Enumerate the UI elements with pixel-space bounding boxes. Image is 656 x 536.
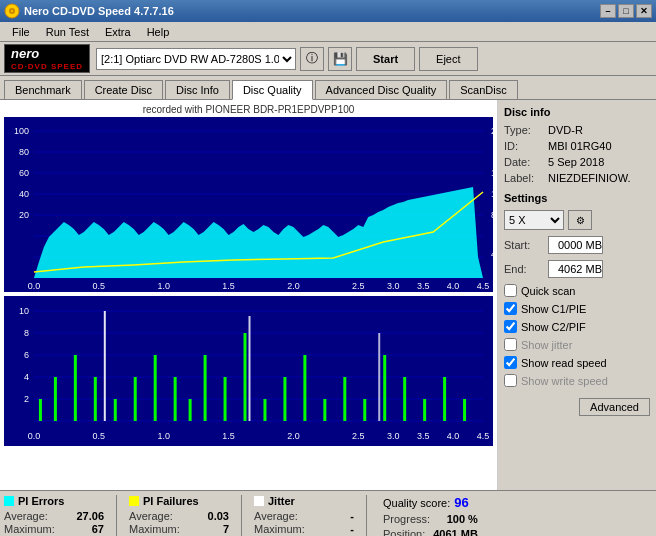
tab-benchmark[interactable]: Benchmark: [4, 80, 82, 99]
tab-disc-quality[interactable]: Disc Quality: [232, 80, 313, 100]
pi-failures-max-row: Maximum: 7: [129, 523, 229, 535]
svg-rect-71: [343, 377, 346, 421]
type-label: Type:: [504, 124, 544, 136]
pi-errors-group: PI Errors Average: 27.06 Maximum: 67 Tot…: [4, 495, 104, 536]
title-bar: Nero CD-DVD Speed 4.7.7.16 – □ ✕: [0, 0, 656, 22]
maximize-button[interactable]: □: [618, 4, 634, 18]
pi-errors-avg-row: Average: 27.06: [4, 510, 104, 522]
burn-speed-icon[interactable]: ⚙: [568, 210, 592, 230]
svg-rect-69: [303, 355, 306, 421]
svg-point-2: [11, 10, 13, 12]
show-c1pie-row: Show C1/PIE: [504, 302, 650, 315]
title-bar-left: Nero CD-DVD Speed 4.7.7.16: [4, 3, 174, 19]
show-c2pif-label: Show C2/PIF: [521, 321, 586, 333]
eject-button[interactable]: Eject: [419, 47, 477, 71]
end-label: End:: [504, 263, 544, 275]
label-value: NIEZDEFINIOW.: [548, 172, 631, 184]
disc-label-row: Label: NIEZDEFINIOW.: [504, 172, 650, 184]
svg-text:4.5: 4.5: [477, 431, 489, 441]
show-write-speed-checkbox[interactable]: [504, 374, 517, 387]
svg-rect-63: [189, 399, 192, 421]
progress-row: Progress: 100 %: [383, 513, 478, 525]
tab-disc-info[interactable]: Disc Info: [165, 80, 230, 99]
pi-failures-group: PI Failures Average: 0.03 Maximum: 7 Tot…: [129, 495, 229, 536]
show-read-speed-checkbox[interactable]: [504, 356, 517, 369]
svg-text:100: 100: [14, 126, 29, 136]
pi-errors-avg-label: Average:: [4, 510, 48, 522]
svg-text:3.5: 3.5: [417, 431, 429, 441]
bottom-chart-svg: 10 8 6 4 2 0.0 0.5 1.0 1.5 2.0 2.5 3.0 3…: [4, 296, 493, 446]
title-controls[interactable]: – □ ✕: [600, 4, 652, 18]
save-button[interactable]: 💾: [328, 47, 352, 71]
svg-text:8: 8: [491, 210, 493, 220]
tab-scan-disc[interactable]: ScanDisc: [449, 80, 517, 99]
svg-text:4.5: 4.5: [477, 281, 489, 291]
position-row: Position: 4061 MB: [383, 528, 478, 536]
quick-scan-checkbox[interactable]: [504, 284, 517, 297]
svg-text:3.0: 3.0: [387, 281, 399, 291]
svg-rect-79: [249, 316, 251, 421]
quality-score-label: Quality score:: [383, 497, 450, 509]
tab-advanced-disc-quality[interactable]: Advanced Disc Quality: [315, 80, 448, 99]
show-jitter-checkbox[interactable]: [504, 338, 517, 351]
minimize-button[interactable]: –: [600, 4, 616, 18]
disc-info-title: Disc info: [504, 106, 650, 118]
jitter-max-value: -: [350, 523, 354, 535]
svg-text:4.0: 4.0: [447, 281, 459, 291]
svg-text:12: 12: [491, 189, 493, 199]
end-input[interactable]: [548, 260, 603, 278]
svg-text:6: 6: [24, 350, 29, 360]
start-button[interactable]: Start: [356, 47, 415, 71]
svg-rect-80: [378, 333, 380, 421]
menu-extra[interactable]: Extra: [97, 24, 139, 40]
show-write-speed-row: Show write speed: [504, 374, 650, 387]
disc-id-row: ID: MBI 01RG40: [504, 140, 650, 152]
drive-select[interactable]: [2:1] Optiarc DVD RW AD-7280S 1.01: [96, 48, 296, 70]
pi-failures-avg-row: Average: 0.03: [129, 510, 229, 522]
svg-rect-73: [383, 355, 386, 421]
svg-rect-70: [323, 399, 326, 421]
svg-text:1.5: 1.5: [222, 431, 234, 441]
show-c2pif-checkbox[interactable]: [504, 320, 517, 333]
svg-rect-76: [443, 377, 446, 421]
date-value: 5 Sep 2018: [548, 156, 604, 168]
disc-date-row: Date: 5 Sep 2018: [504, 156, 650, 168]
divider-2: [241, 495, 242, 536]
disc-type-row: Type: DVD-R: [504, 124, 650, 136]
show-jitter-label: Show jitter: [521, 339, 572, 351]
position-value: 4061 MB: [433, 528, 478, 536]
show-c1pie-checkbox[interactable]: [504, 302, 517, 315]
close-button[interactable]: ✕: [636, 4, 652, 18]
right-panel: Disc info Type: DVD-R ID: MBI 01RG40 Dat…: [498, 100, 656, 490]
bottom-chart: 10 8 6 4 2 0.0 0.5 1.0 1.5 2.0 2.5 3.0 3…: [4, 296, 493, 446]
menu-help[interactable]: Help: [139, 24, 178, 40]
speed-select[interactable]: 5 X: [504, 210, 564, 230]
svg-text:3.5: 3.5: [417, 281, 429, 291]
svg-text:8: 8: [24, 328, 29, 338]
svg-rect-62: [174, 377, 177, 421]
svg-rect-65: [224, 377, 227, 421]
start-input[interactable]: [548, 236, 603, 254]
id-value: MBI 01RG40: [548, 140, 612, 152]
id-label: ID:: [504, 140, 544, 152]
svg-text:60: 60: [19, 168, 29, 178]
svg-text:4: 4: [491, 249, 493, 259]
svg-text:1.0: 1.0: [157, 281, 169, 291]
info-button[interactable]: ⓘ: [300, 47, 324, 71]
start-label: Start:: [504, 239, 544, 251]
type-value: DVD-R: [548, 124, 583, 136]
quick-scan-row: Quick scan: [504, 284, 650, 297]
menu-run-test[interactable]: Run Test: [38, 24, 97, 40]
quality-section: Quality score: 96 Progress: 100 % Positi…: [383, 495, 478, 536]
svg-rect-68: [283, 377, 286, 421]
menu-file[interactable]: File: [4, 24, 38, 40]
pi-failures-max-label: Maximum:: [129, 523, 180, 535]
divider-1: [116, 495, 117, 536]
tab-create-disc[interactable]: Create Disc: [84, 80, 163, 99]
svg-text:10: 10: [19, 306, 29, 316]
date-label: Date:: [504, 156, 544, 168]
advanced-button[interactable]: Advanced: [579, 398, 650, 416]
tab-bar: Benchmark Create Disc Disc Info Disc Qua…: [0, 76, 656, 100]
pi-failures-header: PI Failures: [129, 495, 229, 507]
jitter-group: Jitter Average: - Maximum: - PO failures…: [254, 495, 354, 536]
